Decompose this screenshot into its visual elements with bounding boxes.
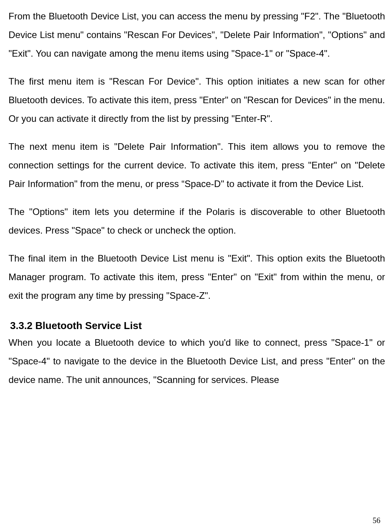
paragraph-options: The "Options" item lets you determine if… bbox=[9, 203, 385, 240]
page-number: 56 bbox=[373, 516, 380, 525]
section-heading-bluetooth-service-list: 3.3.2 Bluetooth Service List bbox=[9, 320, 385, 332]
paragraph-exit: The final item in the Bluetooth Device L… bbox=[9, 249, 385, 305]
paragraph-device-list-menu-intro: From the Bluetooth Device List, you can … bbox=[9, 7, 385, 63]
paragraph-delete-pair-information: The next menu item is "Delete Pair Infor… bbox=[9, 137, 385, 193]
paragraph-service-list-intro: When you locate a Bluetooth device to wh… bbox=[9, 333, 385, 389]
paragraph-rescan-for-device: The first menu item is "Rescan For Devic… bbox=[9, 72, 385, 128]
